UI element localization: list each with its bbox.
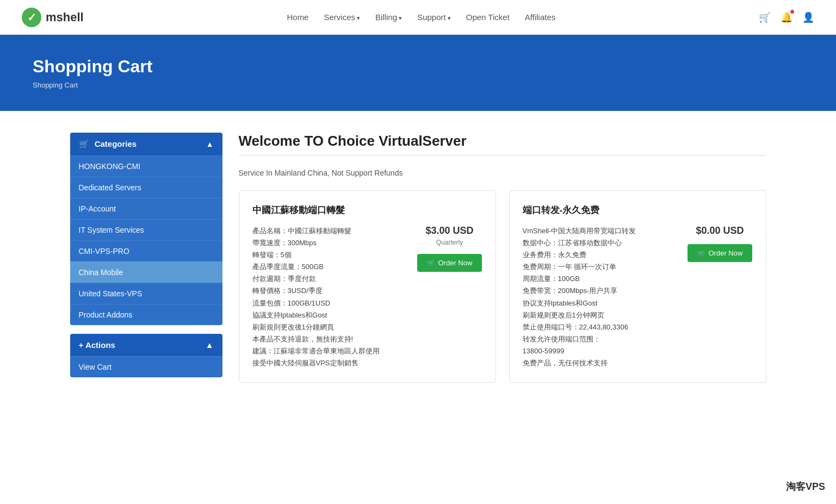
nav-home[interactable]: Home [287,13,308,22]
detail-line: 免费带宽：200Mbps-用户共享 [523,285,677,297]
detail-line: 免费产品，无任何技术支持 [523,357,677,369]
detail-line: 接受中國大陸伺服器VPS定制銷售 [252,357,406,369]
content-divider [239,155,766,155]
sidebar-item-china-mobile[interactable]: China Mobile [70,262,222,283]
order-now-jiangsu[interactable]: 🛒 Order Now [417,254,482,272]
navbar: mshell Home Services Billing Support Ope… [0,0,836,35]
detail-line: 協議支持Iptables和Gost [252,309,406,321]
nav-billing[interactable]: Billing [375,13,402,22]
detail-line: 轉發價格：3USD/季度 [252,285,406,297]
order-btn-label: Order Now [438,259,473,267]
detail-line: 刷新规则更改后1分钟网页 [523,309,677,321]
sidebar-cart-icon: 🛒 [79,139,89,148]
actions-label: + Actions [79,340,115,350]
card-free: 端口转发-永久免费 VmShell-中国大陆商用带宽端口转发 数据中心：江苏省移… [509,190,766,383]
detail-line: 禁止使用端口号：22,443,80,3306 [523,321,677,333]
actions-section: + Actions ▲ View Cart [70,334,222,377]
actions-header: + Actions ▲ [70,334,222,356]
card-free-title: 端口转发-永久免费 [523,204,753,216]
order-btn-label-free: Order Now [709,249,743,257]
nav-affiliates[interactable]: Affiliates [525,13,555,22]
card-jiangsu-price-area: $3.00 USD Quarterly 🛒 Order Now [417,225,482,272]
card-free-price: $0.00 USD [688,225,753,237]
main-content: 🛒 Categories ▲ HONGKONG-CMI Dedicated Se… [38,111,799,405]
detail-line: 產品季度流量：500GB [252,261,406,273]
detail-line: 付款週期：季度付款 [252,273,406,285]
nav-icons: 🛒 🔔 👤 [759,11,814,23]
detail-line: 13800-59999 [523,345,677,357]
detail-line: 轉發端：5個 [252,249,406,261]
detail-line: 流量包價：100GB/1USD [252,297,406,309]
card-free-body: VmShell-中国大陆商用带宽端口转发 数据中心：江苏省移动数据中心 业务费用… [523,225,753,369]
detail-line: 免费周期：一年 循环一次订单 [523,261,677,273]
brand-name: mshell [46,10,84,24]
card-jiangsu-period: Quarterly [417,239,482,246]
order-now-free[interactable]: 🛒 Order Now [688,244,753,262]
content-area: Welcome TO Choice VirtualServer Service … [239,133,766,383]
brand-logo [22,8,41,27]
breadcrumb: Shopping Cart [33,81,803,89]
plus-icon: + [79,340,85,350]
sidebar-item-united-states-vps[interactable]: United States-VPS [70,283,222,304]
categories-section: 🛒 Categories ▲ HONGKONG-CMI Dedicated Se… [70,133,222,325]
content-subtitle: Service In Mainland China, Not Support R… [239,169,766,177]
detail-line: 本產品不支持退款，無技術支持! [252,333,406,345]
categories-label: 🛒 Categories [79,139,137,149]
page-title: Shopping Cart [33,57,803,77]
nav-links: Home Services Billing Support Open Ticke… [287,13,555,22]
sidebar-item-dedicated-servers[interactable]: Dedicated Servers [70,177,222,198]
card-jiangsu-price: $3.00 USD [417,225,482,237]
cart-btn-icon: 🛒 [427,259,435,267]
cards-grid: 中國江蘇移動端口轉髮 產品名稱：中國江蘇移動端轉髮 帶寬速度：300Mbps 轉… [239,190,766,383]
detail-line: 刷新規則更改後1分鐘網頁 [252,321,406,333]
card-jiangsu-title: 中國江蘇移動端口轉髮 [252,204,482,216]
user-icon[interactable]: 👤 [802,11,814,23]
card-jiangsu-body: 產品名稱：中國江蘇移動端轉髮 帶寬速度：300Mbps 轉發端：5個 產品季度流… [252,225,482,369]
detail-line: 协议支持Iptables和Gost [523,297,677,309]
categories-header: 🛒 Categories ▲ [70,133,222,155]
card-jiangsu: 中國江蘇移動端口轉髮 產品名稱：中國江蘇移動端轉髮 帶寬速度：300Mbps 轉… [239,190,496,383]
sidebar-item-cmi-vps-pro[interactable]: CMI-VPS-PRO [70,240,222,262]
detail-line: VmShell-中国大陆商用带宽端口转发 [523,225,677,237]
detail-line: 產品名稱：中國江蘇移動端轉髮 [252,225,406,237]
bell-icon[interactable]: 🔔 [781,11,792,23]
nav-support[interactable]: Support [417,13,451,22]
nav-services[interactable]: Services [324,13,360,22]
nav-open-ticket[interactable]: Open Ticket [466,13,510,22]
card-free-details: VmShell-中国大陆商用带宽端口转发 数据中心：江苏省移动数据中心 业务费用… [523,225,677,369]
hero-banner: Shopping Cart Shopping Cart [0,35,836,111]
detail-line: 建議：江蘇場非常適合華東地區人群使用 [252,345,406,357]
chevron-up-icon: ▲ [206,140,214,148]
detail-line: 周期流量：100GB [523,273,677,285]
brand: mshell [22,8,84,27]
content-title: Welcome TO Choice VirtualServer [239,133,766,150]
cart-btn-icon-free: 🛒 [697,250,705,257]
sidebar-item-product-addons[interactable]: Product Addons [70,304,222,325]
card-free-price-area: $0.00 USD 🛒 Order Now [688,225,753,262]
sidebar-item-hongkong-cmi[interactable]: HONGKONG-CMI [70,155,222,177]
actions-chevron-icon: ▲ [206,340,214,350]
detail-line: 数据中心：江苏省移动数据中心 [523,237,677,249]
cart-icon[interactable]: 🛒 [759,11,771,23]
sidebar: 🛒 Categories ▲ HONGKONG-CMI Dedicated Se… [70,133,222,383]
detail-line: 业务费用：永久免费 [523,249,677,261]
detail-line: 帶寬速度：300Mbps [252,237,406,249]
sidebar-item-ip-account[interactable]: IP-Account [70,198,222,219]
detail-line: 转发允许使用端口范围： [523,333,677,345]
sidebar-item-it-system-services[interactable]: IT System Services [70,219,222,240]
card-jiangsu-details: 產品名稱：中國江蘇移動端轉髮 帶寬速度：300Mbps 轉發端：5個 產品季度流… [252,225,406,369]
view-cart-item[interactable]: View Cart [70,356,222,377]
